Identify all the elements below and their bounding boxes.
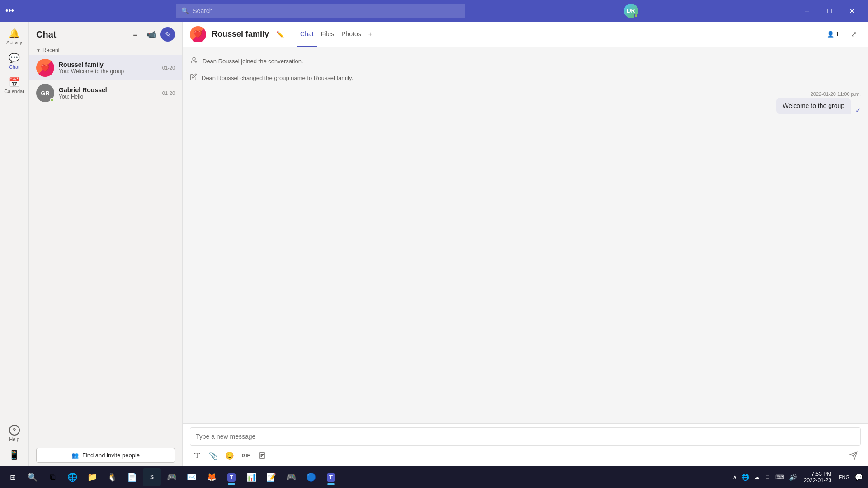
message-text: Welcome to the group [783, 102, 844, 109]
close-button[interactable]: ✕ [842, 4, 863, 18]
roussel-family-time: 01-20 [162, 65, 175, 70]
emoji-button[interactable]: 😊 [222, 448, 237, 463]
new-chat-button[interactable]: ✎ [160, 27, 175, 42]
taskbar-taskview[interactable]: ⧉ [43, 468, 61, 486]
gif-button[interactable]: GIF [239, 448, 253, 463]
chat-list-title: Chat [36, 29, 56, 40]
window-controls: – □ ✕ [797, 4, 863, 18]
maximize-button[interactable]: □ [819, 4, 840, 18]
taskbar-clock[interactable]: 7:53 PM 2022-01-23 [800, 471, 835, 483]
chat-toolbar: 📎 😊 GIF [190, 446, 861, 463]
message-input[interactable] [190, 427, 861, 446]
more-options-icon[interactable]: ••• [5, 6, 14, 16]
sidebar-item-calendar[interactable]: 📅 Calendar [3, 74, 26, 97]
taskbar-mail[interactable]: ✉️ [183, 468, 201, 486]
edit-group-name-icon[interactable]: ✏️ [276, 31, 284, 38]
device-icon: 📱 [9, 449, 20, 460]
language-indicator[interactable]: ENG [837, 473, 851, 482]
taskbar-excel[interactable]: 📊 [242, 468, 260, 486]
minimize-button[interactable]: – [797, 4, 817, 18]
tab-add[interactable]: + [365, 22, 376, 47]
format-button[interactable] [190, 448, 204, 463]
system-message-renamed: Dean Roussel changed the group name to R… [190, 71, 861, 84]
notification-icon[interactable]: 💬 [853, 472, 864, 483]
activity-icon: 🔔 [9, 28, 20, 39]
taskbar-notepad[interactable]: 📄 [123, 468, 141, 486]
gabriel-roussel-preview: You: Hello [59, 94, 158, 100]
chat-input-area: 📎 😊 GIF [183, 423, 868, 466]
video-call-button[interactable]: 📹 [144, 27, 159, 42]
sidebar-item-activity[interactable]: 🔔 Activity [3, 25, 26, 48]
recent-chevron-icon: ▼ [36, 48, 41, 53]
main-area: 🔔 Activity 💬 Chat 📅 Calendar ? Help 📱 Ch… [0, 22, 868, 466]
tab-files[interactable]: Files [317, 22, 338, 47]
taskbar-word[interactable]: 📝 [262, 468, 280, 486]
find-people-button[interactable]: 👥 Find and invite people [36, 448, 175, 463]
find-people-label: Find and invite people [82, 452, 140, 459]
expand-chat-button[interactable]: ⤢ [846, 27, 861, 42]
search-bar[interactable]: 🔍 Search [176, 4, 465, 18]
chat-item-gabriel-roussel[interactable]: GR Gabriel Roussel You: Hello 01-20 [29, 80, 182, 106]
taskbar-xbox[interactable]: 🎮 [282, 468, 300, 486]
filter-button[interactable]: ≡ [128, 27, 142, 42]
svg-point-0 [193, 57, 195, 60]
taskbar-explorer[interactable]: 📁 [83, 468, 101, 486]
taskbar-teams2[interactable]: T [322, 468, 340, 486]
taskbar-firefox[interactable]: 🦊 [203, 468, 221, 486]
start-button[interactable]: ⊞ [4, 468, 22, 486]
tray-network[interactable]: 🌐 [740, 472, 751, 483]
tray-keyboard[interactable]: ⌨ [774, 472, 786, 483]
gabriel-roussel-name: Gabriel Roussel [59, 86, 158, 94]
system-message-renamed-text: Dean Roussel changed the group name to R… [202, 75, 353, 81]
tray-volume[interactable]: 🔊 [787, 472, 798, 483]
system-message-joined-text: Dean Roussel joined the conversation. [203, 58, 303, 65]
taskbar: ⊞ 🔍 ⧉ 🌐 📁 🐧 📄 S 🎮 ✉️ 🦊 T 📊 📝 🎮 🔵 T ∧ 🌐 ☁… [0, 466, 868, 488]
poll-button[interactable] [255, 448, 269, 463]
calendar-label: Calendar [4, 89, 24, 94]
find-people-icon: 👥 [71, 452, 79, 459]
message-time: 2022-01-20 11:00 p.m. [811, 91, 861, 97]
start-icon: ⊞ [10, 473, 16, 482]
tray-expand[interactable]: ∧ [731, 472, 739, 483]
user-status-dot [634, 14, 638, 18]
taskbar-steam[interactable]: S [143, 468, 161, 486]
chat-icon: 💬 [9, 52, 20, 63]
chat-header-name: Roussel family [212, 29, 269, 39]
chat-header-right: 👤 1 ⤢ [823, 27, 861, 42]
roussel-family-avatar: ❤️ [36, 59, 54, 77]
roussel-family-preview: You: Welcome to the group [59, 68, 158, 75]
recent-label[interactable]: ▼ Recent [29, 45, 182, 55]
tray-cloud[interactable]: ☁ [752, 472, 762, 483]
gabriel-roussel-info: Gabriel Roussel You: Hello [59, 86, 158, 100]
taskbar-search[interactable]: 🔍 [24, 468, 42, 486]
taskbar-teams[interactable]: T [222, 468, 241, 486]
send-button[interactable] [846, 448, 861, 463]
search-placeholder: Search [193, 7, 212, 14]
taskbar-edge[interactable]: 🌐 [63, 468, 81, 486]
chat-list-panel: Chat ≡ 📹 ✎ ▼ Recent ❤️ Roussel family Yo… [29, 22, 183, 466]
clock-date: 2022-01-23 [804, 477, 831, 483]
system-tray: ∧ 🌐 ☁ 🖥 ⌨ 🔊 [731, 472, 798, 483]
sidebar-item-help[interactable]: ? Help [3, 422, 26, 445]
user-avatar[interactable]: DR [624, 4, 638, 18]
tray-display[interactable]: 🖥 [763, 472, 773, 483]
recent-text: Recent [42, 47, 60, 53]
sidebar-item-device[interactable]: 📱 [3, 446, 26, 463]
taskbar-app3[interactable]: 🐧 [103, 468, 121, 486]
chat-main: ❤️ Roussel family ✏️ Chat Files Photos +… [183, 22, 868, 466]
chat-header-tabs: Chat Files Photos + [297, 22, 376, 47]
chat-item-roussel-family[interactable]: ❤️ Roussel family You: Welcome to the gr… [29, 55, 182, 80]
tab-photos[interactable]: Photos [338, 22, 365, 47]
sidebar-item-chat[interactable]: 💬 Chat [3, 50, 26, 72]
gabriel-roussel-time: 01-20 [162, 90, 175, 96]
help-icon: ? [9, 425, 20, 436]
attach-button[interactable]: 📎 [206, 448, 221, 463]
message-sent-icon: ✓ [855, 107, 861, 114]
taskbar-unknown[interactable]: 🔵 [302, 468, 320, 486]
taskbar-right: ∧ 🌐 ☁ 🖥 ⌨ 🔊 7:53 PM 2022-01-23 ENG 💬 [731, 471, 864, 483]
clock-time: 7:53 PM [804, 471, 831, 477]
activity-label: Activity [6, 40, 22, 45]
participants-button[interactable]: 👤 1 [823, 29, 843, 39]
taskbar-gog[interactable]: 🎮 [163, 468, 181, 486]
tab-chat[interactable]: Chat [297, 22, 317, 47]
